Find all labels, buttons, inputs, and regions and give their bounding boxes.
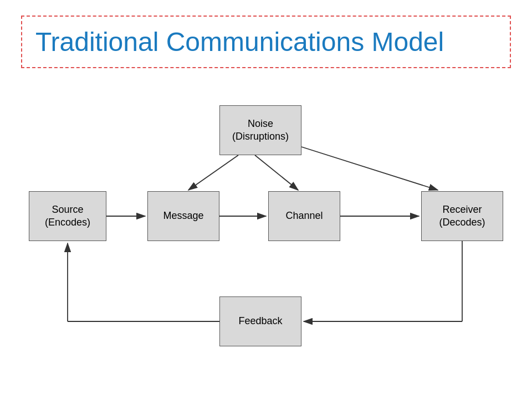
channel-box: Channel xyxy=(268,191,340,241)
arrow-noise-message xyxy=(188,155,238,190)
arrow-noise-receiver xyxy=(301,147,438,190)
noise-label: Noise(Disruptions) xyxy=(232,117,289,144)
message-box: Message xyxy=(147,191,219,241)
diagram: Noise(Disruptions) Source(Encodes) Messa… xyxy=(0,89,532,399)
source-box: Source(Encodes) xyxy=(29,191,106,241)
noise-box: Noise(Disruptions) xyxy=(219,105,301,155)
receiver-label: Receiver(Decodes) xyxy=(439,203,485,229)
title-box: Traditional Communications Model xyxy=(21,16,511,68)
message-label: Message xyxy=(163,209,203,222)
page-title: Traditional Communications Model xyxy=(35,27,444,57)
feedback-label: Feedback xyxy=(238,315,282,328)
feedback-box: Feedback xyxy=(219,296,301,346)
source-label: Source(Encodes) xyxy=(45,203,90,229)
receiver-box: Receiver(Decodes) xyxy=(421,191,503,241)
channel-label: Channel xyxy=(285,209,323,222)
arrow-noise-channel xyxy=(255,155,298,190)
